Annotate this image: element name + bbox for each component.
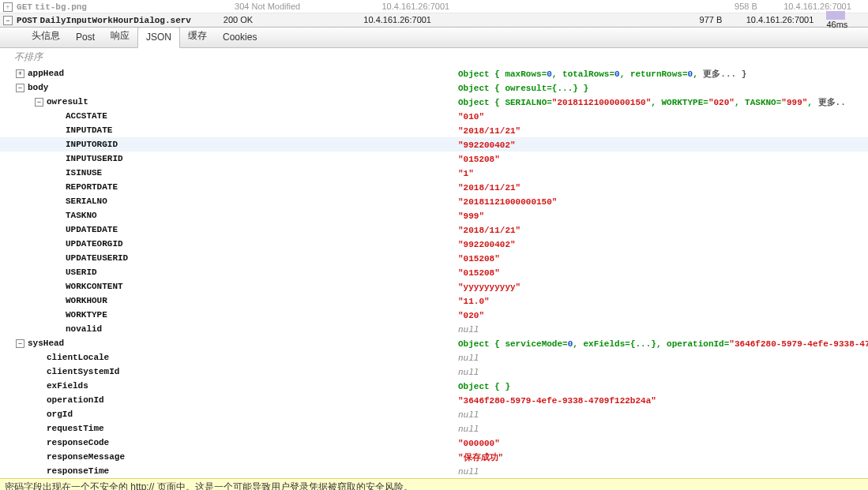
json-value: null <box>458 353 868 363</box>
json-value: "1" <box>458 168 868 178</box>
json-key: INPUTORGID <box>66 140 118 149</box>
json-key: INPUTDATE <box>66 125 112 135</box>
json-row[interactable]: clientLocalenull <box>0 350 868 365</box>
json-row[interactable]: ACCSTATE"010" <box>0 109 868 123</box>
json-key: responseMessage <box>47 452 125 462</box>
json-key: ISINUSE <box>66 168 102 178</box>
json-value: null <box>458 424 868 434</box>
request-status: 304 Not Modified <box>235 2 381 11</box>
twist-spacer <box>54 226 62 234</box>
sort-toggle[interactable]: 不排序 <box>0 48 868 64</box>
json-row[interactable]: responseCode"000000" <box>0 436 868 450</box>
twist-spacer <box>54 155 62 163</box>
json-row[interactable]: −sysHeadObject { serviceMode=0, exFields… <box>0 336 868 350</box>
json-row[interactable]: WORKTYPE"020" <box>0 308 868 322</box>
json-key: body <box>28 83 48 92</box>
json-row[interactable]: UPDATEORGID"992200402" <box>0 237 868 251</box>
json-key: clientLocale <box>47 353 109 362</box>
request-host: 10.4.161.26:7001 <box>363 15 699 24</box>
collapse-icon[interactable]: − <box>3 16 13 25</box>
collapse-icon[interactable]: − <box>16 339 24 348</box>
tab-cache[interactable]: 缓存 <box>180 25 215 47</box>
twist-spacer <box>54 183 62 192</box>
json-value: "000000" <box>458 438 868 448</box>
twist-spacer <box>35 353 43 362</box>
json-value: null <box>458 324 868 335</box>
json-key: novalid <box>66 324 102 334</box>
json-row[interactable]: ISINUSE"1" <box>0 166 868 180</box>
json-value: "992200402" <box>458 239 868 249</box>
json-row[interactable]: exFieldsObject { } <box>0 379 868 393</box>
twist-spacer <box>54 240 62 249</box>
twist-spacer <box>35 410 43 419</box>
json-value: "保存成功" <box>458 451 868 463</box>
twist-spacer <box>54 268 62 277</box>
json-value: "3646f280-5979-4efe-9338-4709f122b24a" <box>458 395 868 406</box>
tab-cookies[interactable]: Cookies <box>215 28 265 47</box>
json-row[interactable]: INPUTUSERID"015208" <box>0 151 868 166</box>
json-row[interactable]: +appHeadObject { maxRows=0, totalRows=0,… <box>0 66 868 80</box>
timing-bar: 46ms <box>826 10 868 30</box>
json-key: orgId <box>47 410 73 419</box>
json-key: TASKNO <box>66 211 97 220</box>
twist-spacer <box>54 282 62 291</box>
tab-response[interactable]: 响应 <box>103 25 137 47</box>
twist-spacer <box>54 140 62 149</box>
json-row[interactable]: REPORTDATE"2018/11/21" <box>0 180 868 194</box>
json-value: Object { owresult={...} } <box>458 83 868 93</box>
twist-spacer <box>54 311 62 320</box>
json-value: "2018/11/21" <box>458 225 868 235</box>
json-row[interactable]: clientSystemIdnull <box>0 365 868 379</box>
json-row[interactable]: TASKNO"999" <box>0 208 868 223</box>
json-value: Object { SERIALNO="20181121000000150", W… <box>458 96 868 108</box>
json-value: "999" <box>458 211 868 221</box>
tab-json[interactable]: JSON <box>137 27 180 48</box>
twist-spacer <box>54 211 62 220</box>
request-host: 10.4.161.26:7001 <box>381 2 735 11</box>
json-row[interactable]: INPUTORGID"992200402" <box>0 137 868 151</box>
json-value: "2018/11/21" <box>458 182 868 193</box>
json-row[interactable]: UPDATEDATE"2018/11/21" <box>0 223 868 237</box>
json-row[interactable]: −bodyObject { owresult={...} } <box>0 80 868 95</box>
json-row[interactable]: requestTimenull <box>0 421 868 436</box>
json-row[interactable]: WORKHOUR"11.0" <box>0 294 868 308</box>
json-row[interactable]: WORKCONTENT"yyyyyyyyyy" <box>0 279 868 294</box>
json-row[interactable]: USERID"015208" <box>0 265 868 279</box>
request-status: 200 OK <box>224 15 363 24</box>
json-row[interactable]: responseMessage"保存成功" <box>0 450 868 464</box>
json-row[interactable]: operationId"3646f280-5979-4efe-9338-4709… <box>0 393 868 407</box>
json-key: appHead <box>28 69 64 78</box>
expand-icon[interactable]: + <box>16 69 24 78</box>
json-tree: +appHeadObject { maxRows=0, totalRows=0,… <box>0 64 868 478</box>
json-key: REPORTDATE <box>66 182 118 192</box>
json-row[interactable]: orgIdnull <box>0 407 868 421</box>
json-row[interactable]: −owresultObject { SERIALNO="201811210000… <box>0 95 868 109</box>
twist-spacer <box>54 112 62 121</box>
collapse-icon[interactable]: − <box>35 98 43 107</box>
json-value: "yyyyyyyyyy" <box>458 282 868 292</box>
expand-icon[interactable]: + <box>3 2 13 12</box>
json-value: null <box>458 367 868 377</box>
request-row[interactable]: + GET tit-bg.png 304 Not Modified 10.4.1… <box>0 0 868 13</box>
json-value: Object { serviceMode=0, exFields={...}, … <box>458 339 868 349</box>
twist-spacer <box>54 169 62 178</box>
tab-headers[interactable]: 头信息 <box>24 25 68 47</box>
json-row[interactable]: INPUTDATE"2018/11/21" <box>0 123 868 137</box>
json-key: WORKHOUR <box>66 296 107 305</box>
json-value: "015208" <box>458 154 868 164</box>
json-key: operationId <box>47 395 104 405</box>
json-row[interactable]: novalidnull <box>0 322 868 336</box>
json-value: "010" <box>458 111 868 122</box>
json-key: USERID <box>66 267 97 277</box>
tab-post[interactable]: Post <box>68 28 103 47</box>
json-value: "992200402" <box>458 140 868 150</box>
json-row[interactable]: UPDATEUSERID"015208" <box>0 251 868 265</box>
json-value: "015208" <box>458 267 868 278</box>
json-key: UPDATEDATE <box>66 225 118 234</box>
twist-spacer <box>54 325 62 334</box>
twist-spacer <box>35 467 43 476</box>
json-row[interactable]: responseTimenull <box>0 464 868 478</box>
json-row[interactable]: SERIALNO"20181121000000150" <box>0 194 868 208</box>
collapse-icon[interactable]: − <box>16 84 24 92</box>
json-key: exFields <box>47 381 88 391</box>
